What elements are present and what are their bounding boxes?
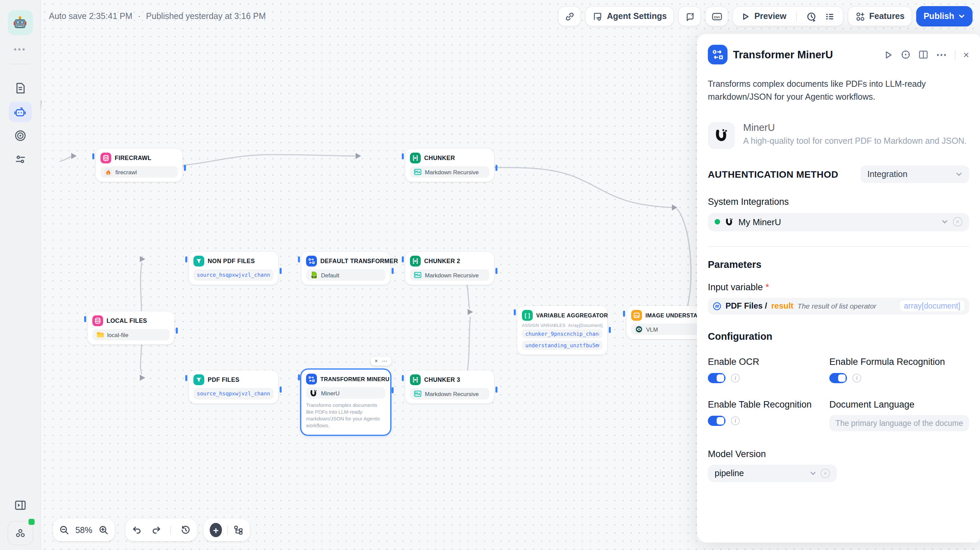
zoom-level[interactable]: 58% (75, 525, 92, 535)
info-icon[interactable]: i (731, 417, 740, 425)
aggregator-meta: ASSIGN VARIABLES Array[Document] (522, 323, 603, 328)
redo-button[interactable] (151, 525, 161, 535)
focus-node-button[interactable] (900, 49, 911, 60)
zoom-in-button[interactable] (99, 525, 108, 535)
output-handle[interactable] (391, 268, 394, 274)
chevron-down-icon (941, 219, 948, 225)
agent-settings-button[interactable]: Agent Settings (585, 6, 674, 27)
output-handle[interactable] (495, 165, 498, 171)
node-variable-aggregator[interactable]: [ ] VARIABLE AGGREGATOR ASSIGN VARIABLES… (517, 306, 608, 355)
chunker-icon (410, 374, 421, 385)
panel-collapse-icon (14, 500, 26, 511)
sidebar-item-targets[interactable] (8, 125, 32, 146)
features-button[interactable]: Features (847, 6, 912, 27)
node-firecrawl[interactable]: FIRECRAWL firecrawl (96, 149, 183, 182)
input-handle[interactable] (402, 375, 404, 381)
annotation-button[interactable] (678, 6, 702, 27)
mineru-logo (708, 122, 735, 149)
enable-formula-toggle[interactable] (829, 373, 847, 383)
node-transformer-mineru[interactable]: TRANSFORMER MINERU MinerU Transforms com… (301, 369, 390, 435)
input-handle[interactable] (298, 256, 300, 262)
output-handle[interactable] (495, 268, 498, 274)
panel-more-button[interactable]: ⋯ (936, 48, 947, 61)
sidebar-more-icon[interactable]: ••• (14, 45, 26, 54)
run-history-button[interactable] (800, 11, 840, 21)
publish-button[interactable]: Publish (916, 6, 972, 27)
input-handle[interactable] (92, 153, 94, 159)
output-handle[interactable] (280, 268, 282, 274)
svg-text:TXT: TXT (312, 276, 315, 277)
input-handle[interactable] (298, 374, 300, 380)
add-node-button[interactable]: + (210, 523, 222, 537)
undo-button[interactable] (132, 525, 142, 535)
save-status-bar: Auto save 2:35:41 PM · Published yesterd… (49, 11, 266, 21)
document-language-input[interactable]: The primary language of the docume (829, 415, 969, 431)
divider (796, 11, 796, 21)
output-handle[interactable] (176, 328, 178, 334)
preview-group: Preview (733, 6, 843, 27)
node-local-files[interactable]: LOCAL FILES local-file (88, 311, 174, 344)
input-handle[interactable] (623, 311, 625, 317)
clear-model-icon[interactable]: × (821, 469, 830, 478)
close-panel-button[interactable]: × (963, 49, 969, 60)
info-icon[interactable]: i (853, 374, 861, 382)
sidebar-item-documents[interactable] (8, 78, 32, 98)
node-pdf-files[interactable]: PDF FILES source_hsqpxwjvzl_channe… (189, 370, 278, 404)
input-handle[interactable] (185, 256, 187, 262)
node-description: Transforms complex documents like PDFs i… (708, 78, 969, 105)
node-non-pdf-files[interactable]: NON PDF FILES source_hsqpxwjvzl_channe… (189, 252, 278, 285)
collapse-sidebar-button[interactable] (8, 495, 32, 515)
input-handle[interactable] (514, 309, 516, 315)
parameters-heading: Parameters (708, 259, 969, 270)
integration-select[interactable]: My MinerU × (708, 213, 969, 231)
node-title: LOCAL FILES (107, 317, 147, 324)
mineru-mini-icon (725, 218, 733, 227)
input-handle[interactable] (402, 153, 404, 159)
split-view-button[interactable] (918, 49, 928, 60)
version-history-button[interactable] (181, 525, 191, 535)
env-variables-button[interactable]: ENV (705, 6, 729, 27)
node-chunker-3[interactable]: CHUNKER 3 Markdown Recursive (405, 370, 494, 404)
node-more-icon[interactable]: ⋯ (382, 358, 387, 364)
workspace-button[interactable] (7, 521, 33, 545)
sidebar-item-agents[interactable] (8, 102, 32, 122)
preview-button[interactable]: Preview (736, 11, 792, 21)
clear-integration-icon[interactable]: × (953, 217, 963, 227)
variable-type-badge: array[document] (900, 301, 964, 312)
play-icon (741, 12, 750, 21)
delete-node-icon[interactable]: × (375, 358, 378, 364)
output-handle[interactable] (391, 387, 394, 393)
input-variable-select[interactable]: PDF Files / result The result of list op… (708, 298, 969, 315)
node-description: Transforms complex documents like PDFs i… (306, 402, 385, 429)
model-version-select[interactable]: pipeline × (708, 464, 837, 482)
app-avatar[interactable] (8, 10, 33, 35)
output-handle[interactable] (609, 327, 611, 333)
enable-table-toggle[interactable] (708, 416, 725, 426)
chat-x-icon (685, 11, 695, 21)
input-handle[interactable] (402, 256, 404, 262)
zoom-out-button[interactable] (59, 525, 69, 535)
input-handle[interactable] (185, 375, 187, 381)
node-title: TRANSFORMER MINERU (320, 376, 390, 382)
node-chunker-2[interactable]: CHUNKER 2 Markdown Recursive (405, 252, 494, 285)
output-handle[interactable] (184, 165, 186, 171)
features-label: Features (869, 11, 904, 21)
agent-settings-icon (593, 11, 603, 21)
info-icon[interactable]: i (731, 374, 740, 382)
run-node-button[interactable] (884, 50, 893, 59)
enable-ocr-toggle[interactable] (708, 373, 725, 383)
auth-method-select[interactable]: Integration (861, 165, 969, 183)
copy-link-button[interactable] (558, 6, 581, 27)
mineru-icon (309, 389, 318, 397)
node-chunker[interactable]: CHUNKER Markdown Recursive (405, 149, 494, 182)
output-handle[interactable] (495, 387, 498, 393)
sliders-icon (14, 154, 26, 165)
auto-layout-button[interactable] (234, 525, 243, 535)
sidebar-item-settings[interactable] (8, 149, 32, 170)
markdown-icon (413, 390, 422, 398)
agent-settings-label: Agent Settings (607, 11, 667, 21)
input-handle[interactable] (84, 316, 86, 322)
node-default-transformer[interactable]: DEFAULT TRANSFORMER TXT Default (301, 252, 390, 285)
node-tool: firecrawl (100, 166, 178, 178)
output-handle[interactable] (280, 387, 282, 393)
